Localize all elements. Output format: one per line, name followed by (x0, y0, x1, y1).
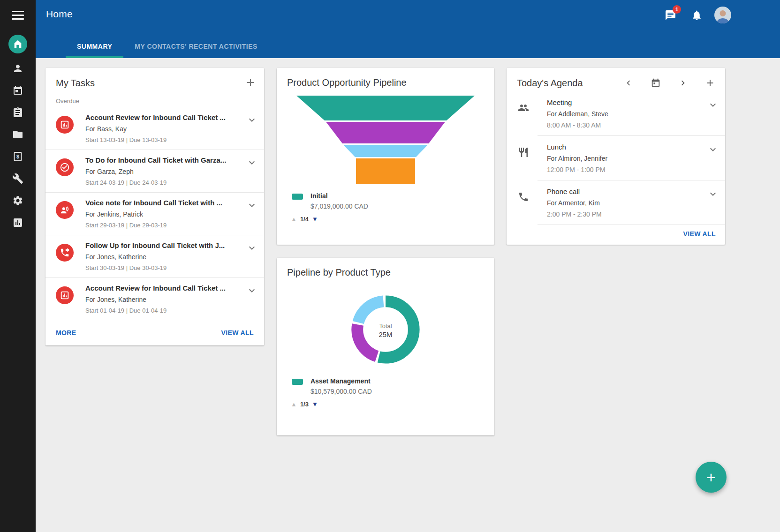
donut-center-label: Total (379, 322, 392, 330)
agenda-row[interactable]: Lunch For Almiron, Jennifer 12:00 PM - 1… (507, 136, 725, 180)
task-row[interactable]: Voice note for Inbound Call Ticket with … (45, 193, 264, 235)
task-assignee: For Jones, Katherine (85, 253, 235, 261)
chevron-down-icon[interactable] (246, 114, 257, 126)
sidebar-item-settings[interactable] (8, 191, 27, 210)
gear-icon (12, 195, 23, 206)
task-row[interactable]: Account Review for Inbound Call Ticket .… (45, 107, 264, 150)
sidebar: $ (0, 0, 36, 532)
add-fab[interactable]: + (696, 462, 727, 493)
sidebar-item-quotes[interactable]: $ (8, 147, 27, 166)
chevron-down-icon[interactable] (707, 99, 719, 111)
voice-note-icon (56, 201, 74, 219)
sidebar-item-tools[interactable] (8, 169, 27, 188)
more-button[interactable]: MORE (56, 329, 76, 337)
view-all-button[interactable]: VIEW ALL (221, 329, 254, 337)
task-group-label: Overdue (45, 90, 264, 107)
event-contact: For Armentor, Kim (547, 199, 690, 207)
plus-icon (244, 76, 257, 89)
sidebar-item-contacts[interactable] (8, 59, 27, 78)
user-avatar[interactable] (714, 7, 731, 23)
task-row[interactable]: Follow Up for Inbound Call Ticket with J… (45, 235, 264, 278)
task-title: Account Review for Inbound Call Ticket .… (85, 113, 235, 121)
chevron-down-icon[interactable] (707, 188, 719, 200)
task-dates: Start 24-03-19 | Due 24-03-19 (85, 179, 235, 186)
hamburger-icon (12, 11, 24, 20)
task-assignee: For Jenkins, Patrick (85, 210, 235, 218)
agenda-row[interactable]: Phone call For Armentor, Kim 2:00 PM - 2… (507, 180, 725, 225)
pager-down-icon[interactable]: ▼ (312, 216, 318, 222)
clipboard-icon (12, 107, 23, 118)
pager-up-icon[interactable]: ▲ (291, 401, 297, 407)
card-title: Pipeline by Product Type (277, 267, 494, 278)
view-all-button[interactable]: VIEW ALL (683, 230, 716, 238)
chevron-down-icon[interactable] (246, 157, 257, 168)
task-row[interactable]: Account Review for Inbound Call Ticket .… (45, 278, 264, 320)
event-contact: For Almiron, Jennifer (547, 155, 690, 162)
chevron-down-icon[interactable] (246, 200, 257, 211)
legend-label: Asset Management (310, 377, 372, 385)
add-task-button[interactable] (244, 76, 257, 90)
restaurant-icon (518, 147, 530, 160)
bell-icon (691, 9, 703, 21)
donut-chart[interactable]: Total 25M (345, 289, 426, 370)
svg-text:$: $ (16, 154, 19, 159)
task-title: Account Review for Inbound Call Ticket .… (85, 284, 235, 292)
person-icon (12, 63, 23, 74)
people-icon (518, 102, 530, 115)
plus-icon (705, 78, 715, 88)
menu-icon[interactable] (8, 6, 27, 24)
donut-legend: Asset Management $10,579,000.00 CAD (292, 377, 494, 395)
tab-recent-activities[interactable]: MY CONTACTS' RECENT ACTIVITIES (123, 36, 269, 58)
folder-icon (12, 129, 23, 140)
header-tabs: SUMMARY MY CONTACTS' RECENT ACTIVITIES (66, 36, 269, 58)
bar-chart-icon (12, 217, 23, 228)
task-assignee: For Bass, Kay (85, 125, 235, 133)
sidebar-item-home[interactable] (8, 35, 27, 53)
funnel-legend: Initial $7,019,000.00 CAD (292, 192, 494, 210)
wrench-icon (12, 173, 23, 184)
pager-down-icon[interactable]: ▼ (312, 401, 318, 407)
sidebar-item-tasks[interactable] (8, 103, 27, 122)
chevron-down-icon[interactable] (246, 242, 257, 254)
avatar-photo (714, 7, 731, 23)
task-assignee: For Garza, Zeph (85, 168, 235, 175)
check-circle-icon (56, 158, 74, 176)
sidebar-item-documents[interactable] (8, 125, 27, 144)
task-row[interactable]: To Do for Inbound Call Ticket with Garza… (45, 150, 264, 193)
calendar-icon (651, 78, 661, 88)
add-event-button[interactable] (704, 77, 716, 89)
my-tasks-card: My Tasks Overdue Account Review for Inbo… (45, 68, 264, 345)
sidebar-item-calendar[interactable] (8, 81, 27, 100)
chevron-down-icon[interactable] (707, 144, 719, 155)
event-title: Phone call (547, 187, 690, 195)
legend-value: $10,579,000.00 CAD (310, 388, 372, 395)
donut-center-value: 25M (379, 331, 393, 338)
notifications-button[interactable] (688, 7, 705, 23)
legend-value: $7,019,000.00 CAD (310, 202, 368, 210)
event-title: Lunch (547, 143, 690, 151)
funnel-pager: ▲ 1/4 ▼ (291, 216, 494, 223)
calendar-button[interactable] (650, 77, 661, 89)
prev-day-button[interactable] (623, 77, 634, 89)
task-title: Follow Up for Inbound Call Ticket with J… (85, 241, 235, 249)
messages-badge: 1 (673, 5, 681, 14)
page-title: Home (46, 8, 73, 20)
event-title: Meeting (547, 98, 690, 106)
donut-pager: ▲ 1/3 ▼ (291, 401, 494, 408)
pager-text: 1/3 (300, 401, 309, 408)
pager-up-icon[interactable]: ▲ (291, 216, 297, 222)
messages-button[interactable]: 1 (662, 7, 679, 23)
calendar-icon (12, 85, 23, 96)
card-title: My Tasks (56, 78, 95, 89)
legend-swatch (292, 379, 303, 385)
agenda-controls (623, 77, 716, 89)
invoice-icon: $ (12, 151, 23, 162)
agenda-row[interactable]: Meeting For Addleman, Steve 8:00 AM - 8:… (507, 91, 725, 136)
chevron-down-icon[interactable] (246, 285, 257, 296)
task-dates: Start 01-04-19 | Due 01-04-19 (85, 307, 235, 314)
task-title: To Do for Inbound Call Ticket with Garza… (85, 156, 235, 164)
sidebar-item-reports[interactable] (8, 213, 27, 232)
next-day-button[interactable] (677, 77, 689, 89)
funnel-chart[interactable] (296, 96, 475, 185)
tab-summary[interactable]: SUMMARY (66, 36, 123, 58)
